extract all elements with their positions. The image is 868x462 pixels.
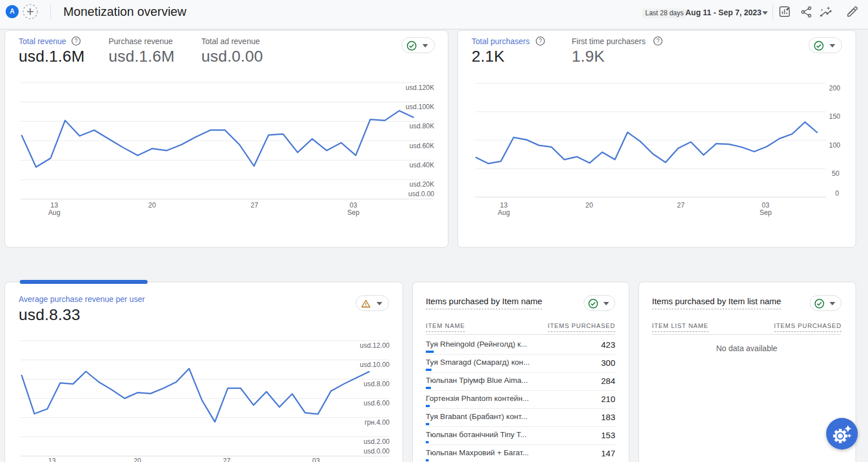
svg-text:?: ?	[75, 38, 78, 44]
svg-text:?: ?	[539, 38, 542, 44]
svg-text:?: ?	[657, 38, 660, 44]
